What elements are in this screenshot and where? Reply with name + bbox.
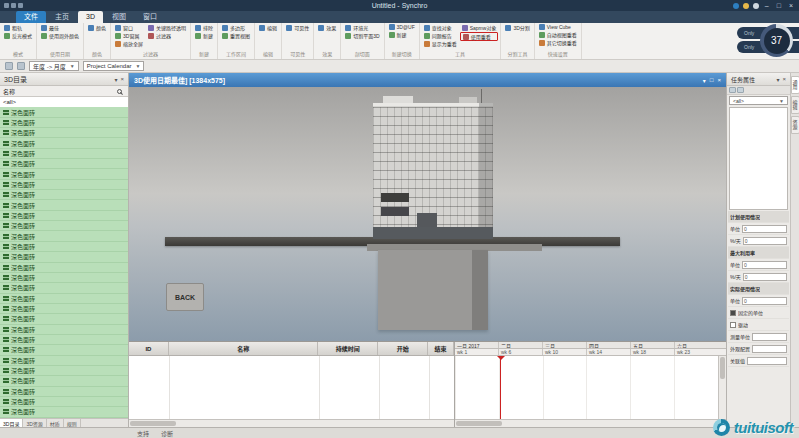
scroll-thumb[interactable] [456, 421, 502, 426]
list-item[interactable]: 深色面砖 [0, 190, 128, 200]
list-item[interactable]: 深色面砖 [0, 221, 128, 231]
list-item[interactable]: 深色面砖 [0, 366, 128, 376]
list-item[interactable]: 深色面砖 [0, 200, 128, 210]
sort-icon[interactable] [737, 87, 744, 93]
theme-icon[interactable] [753, 3, 759, 9]
ribbon-button[interactable]: 其它切换重看 [537, 39, 579, 46]
panel-tab[interactable]: 材质 [47, 419, 64, 427]
list-item[interactable]: 深色面砖 [0, 149, 128, 159]
panel-tab[interactable]: 规则 [64, 419, 81, 427]
list-item[interactable]: 深色面砖 [0, 128, 128, 138]
checkbox[interactable] [730, 322, 736, 328]
property-input[interactable] [747, 357, 787, 365]
property-input[interactable]: 0 [742, 225, 787, 233]
save-icon[interactable] [4, 3, 9, 8]
ribbon-button[interactable]: 3D分割 [503, 24, 531, 31]
ribbon-button[interactable]: 环境光 [343, 24, 381, 31]
ribbon-button[interactable]: 问题报告 [422, 32, 459, 39]
status-item[interactable]: 支持 [135, 429, 151, 438]
ribbon-button[interactable]: 粗轨 [2, 24, 34, 31]
table-body[interactable] [129, 356, 454, 419]
pin-icon[interactable]: ▾ [114, 76, 117, 83]
close-button[interactable]: × [787, 2, 795, 9]
list-item[interactable]: 深色面砖 [0, 407, 128, 417]
property-input[interactable] [752, 345, 787, 353]
list-item[interactable]: 深色面砖 [0, 356, 128, 366]
list-item[interactable]: 深色面砖 [0, 273, 128, 283]
ribbon-button[interactable]: 颜色 [86, 24, 108, 31]
restore-icon[interactable]: □ [710, 77, 714, 84]
ribbon-tab[interactable]: 窗口 [135, 11, 165, 23]
calendar-icon[interactable] [17, 62, 25, 70]
gantt-body[interactable] [455, 356, 726, 419]
ribbon-button[interactable]: 关键路径透明 [146, 24, 188, 31]
list-item[interactable]: 深色面砖 [0, 304, 128, 314]
column-header[interactable]: ID [129, 342, 169, 355]
side-tab[interactable]: 资源 [791, 116, 799, 134]
panel-tab[interactable]: 3D资源 [23, 419, 46, 427]
gantt-vscrollbar[interactable] [718, 356, 726, 419]
ribbon-button[interactable]: 使用重看 [460, 32, 499, 41]
redo-icon[interactable] [18, 3, 23, 8]
list-item[interactable]: 深色面砖 [0, 169, 128, 179]
list-item[interactable]: 深色面砖 [0, 159, 128, 169]
navcube-back-face[interactable]: BACK [166, 283, 204, 311]
ribbon-button[interactable]: 使用周外颜色 [39, 32, 81, 39]
property-input[interactable]: 0 [742, 297, 787, 305]
ribbon-tab[interactable]: 3D [78, 11, 103, 23]
ribbon-button[interactable]: 反光模式 [2, 32, 34, 39]
undo-icon[interactable] [11, 3, 16, 8]
ribbon-button[interactable]: 最佳 [39, 24, 81, 31]
minimize-button[interactable]: – [763, 2, 771, 9]
close-icon[interactable]: × [717, 77, 721, 84]
ribbon-button[interactable]: 切割平面3D [343, 32, 381, 39]
ribbon-button[interactable]: 自动视图重看 [537, 31, 579, 38]
pin-icon[interactable]: ▾ [776, 76, 779, 83]
list-item[interactable]: 深色面砖 [0, 345, 128, 355]
search-icon[interactable] [117, 89, 122, 94]
list-item[interactable]: 深色面砖 [0, 242, 128, 252]
timescale-select[interactable]: 年度 -> 月度 ▼ [29, 61, 79, 71]
ribbon-button[interactable]: View Cube [537, 24, 579, 30]
ribbon-tab[interactable]: 文件 [16, 11, 46, 23]
side-tab[interactable]: 编辑 [791, 96, 799, 114]
list-item[interactable]: 深色面砖 [0, 180, 128, 190]
list-item[interactable]: 深色面砖 [0, 211, 128, 221]
property-input[interactable]: 0 [743, 237, 787, 245]
list-item[interactable]: 深色面砖 [0, 294, 128, 304]
quick-access-toolbar[interactable] [4, 3, 23, 8]
list-item[interactable]: 深色面砖 [0, 376, 128, 386]
ribbon-button[interactable]: 3D@UF [387, 24, 417, 30]
pin-icon[interactable]: ▾ [703, 77, 706, 84]
calendar-select[interactable]: Project Calendar ▼ [83, 61, 145, 71]
ribbon-button[interactable]: 效果 [316, 24, 338, 31]
ribbon-button[interactable]: 多边形 [220, 24, 252, 31]
ribbon-button[interactable]: 3D窗属 [113, 32, 145, 39]
gantt-hscrollbar[interactable] [455, 419, 726, 427]
list-item[interactable]: 深色面砖 [0, 335, 128, 345]
list-item[interactable]: 深色面砖 [0, 387, 128, 397]
list-item[interactable]: 深色面砖 [0, 325, 128, 335]
ribbon-button[interactable]: 过滤器 [146, 32, 188, 39]
close-icon[interactable]: × [120, 76, 124, 83]
list-item[interactable]: 深色面砖 [0, 231, 128, 241]
properties-list[interactable] [729, 107, 788, 210]
ribbon-button[interactable]: 重置视图 [220, 32, 252, 39]
maximize-button[interactable]: □ [775, 2, 783, 9]
building-model[interactable] [373, 103, 493, 239]
ribbon-button[interactable]: Sapmw对象 [460, 24, 499, 31]
column-header[interactable]: 结束 [428, 342, 454, 355]
properties-filter-select[interactable]: <all> ▼ [729, 96, 788, 105]
list-item[interactable]: 深色面砖 [0, 252, 128, 262]
list-item[interactable]: 深色面砖 [0, 397, 128, 407]
filter-icon[interactable] [729, 87, 736, 93]
table-hscrollbar[interactable] [129, 419, 454, 427]
scroll-thumb[interactable] [720, 357, 725, 379]
list-item[interactable]: 深色面砖 [0, 283, 128, 293]
column-header[interactable]: 名称 [169, 342, 319, 355]
column-header[interactable]: 开始 [378, 342, 428, 355]
ribbon-button[interactable]: 查找对象 [422, 24, 459, 31]
property-input[interactable]: 0 [742, 261, 787, 269]
ribbon-button[interactable]: 编辑 [257, 24, 279, 31]
viewport-title-bar[interactable]: 3D使用日期最佳] [1384x575] ▾ □ × [129, 73, 726, 87]
